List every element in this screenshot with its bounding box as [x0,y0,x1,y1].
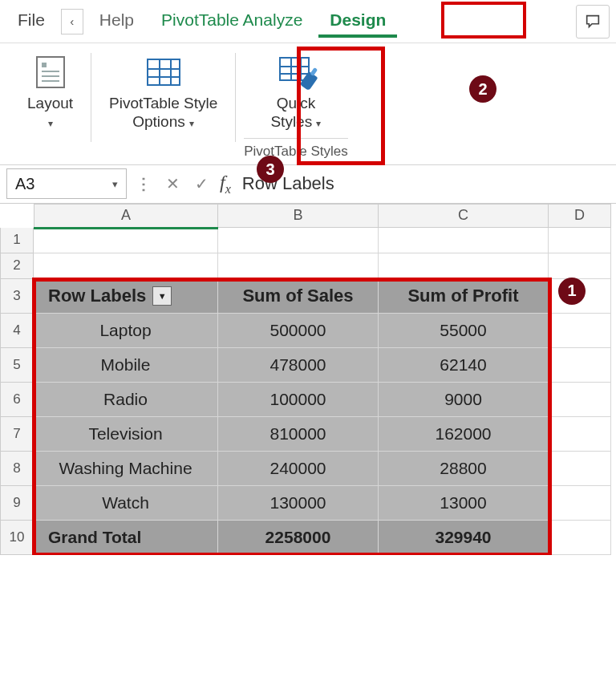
pivot-row-profit[interactable]: 55000 [379,314,549,348]
cell[interactable] [549,253,611,279]
pivot-row-profit[interactable]: 9000 [379,383,549,417]
row-header[interactable]: 9 [0,486,34,521]
comment-icon [584,13,602,30]
grid-icon [147,59,180,86]
pivot-row-sales[interactable]: 810000 [218,417,379,452]
fx-icon[interactable]: fx [220,172,231,197]
pivot-grand-total-profit[interactable]: 329940 [379,521,549,555]
row-header[interactable]: 10 [0,521,34,555]
namebox-handle-icon: ⋮ [132,170,156,197]
cell[interactable] [549,417,611,452]
pivot-header-profit[interactable]: Sum of Profit [379,279,549,314]
col-header-C[interactable]: C [379,204,549,228]
row-header[interactable]: 8 [0,452,34,486]
cell[interactable] [218,253,379,279]
pivot-row-profit[interactable]: 62140 [379,348,549,383]
name-box[interactable]: A3 ▾ [6,168,127,199]
pivot-row-label[interactable]: Washing Machine [34,452,218,486]
cell[interactable] [379,228,549,253]
quick-styles-label-1: Quick [277,95,316,111]
row-header[interactable]: 5 [0,348,34,383]
style-options-label-2: Options [132,113,184,130]
col-header-A[interactable]: A [34,204,218,228]
cell[interactable] [379,253,549,279]
cell[interactable] [34,253,218,279]
pivot-row-label[interactable]: Watch [34,486,218,521]
cell[interactable] [549,521,611,555]
pivot-grand-total-sales[interactable]: 2258000 [218,521,379,555]
pivottable-style-options-button[interactable]: PivotTable Style Options ▾ [106,50,221,136]
col-header-B[interactable]: B [218,204,379,228]
cell[interactable] [549,486,611,521]
pivot-row-profit[interactable]: 162000 [379,417,549,452]
tab-pivottable-analyze[interactable]: PivotTable Analyze [150,6,314,38]
pivot-grand-total-label[interactable]: Grand Total [34,521,218,555]
pivot-header-sales[interactable]: Sum of Sales [218,279,379,314]
filter-dropdown-button[interactable]: ▼ [152,286,172,306]
row-header[interactable]: 6 [0,383,34,417]
layout-icon [36,56,65,88]
pivot-row-sales[interactable]: 130000 [218,486,379,521]
pivot-row-sales[interactable]: 240000 [218,452,379,486]
active-column-indicator [34,227,218,229]
cell[interactable] [549,452,611,486]
pivot-row-profit[interactable]: 13000 [379,486,549,521]
cell[interactable] [549,228,611,253]
quick-styles-label-2: Styles [270,113,312,130]
pivot-row-label[interactable]: Radio [34,383,218,417]
pivot-row-sales[interactable]: 100000 [218,383,379,417]
annotation-badge-1: 1 [558,278,586,305]
pivot-header-rowlabels-text: Row Labels [48,286,146,306]
chevron-down-icon: ▾ [48,118,53,129]
row-header[interactable]: 3 [0,279,34,314]
pivot-header-rowlabels[interactable]: Row Labels ▼ [34,279,218,314]
row-header[interactable]: 7 [0,417,34,452]
tab-design[interactable]: Design [318,6,397,38]
layout-button[interactable]: Layout▾ [24,50,76,136]
row-header[interactable]: 2 [0,253,34,279]
cancel-formula-button[interactable]: ✕ [160,170,184,197]
pivot-row-label[interactable]: Mobile [34,348,218,383]
pivot-row-sales[interactable]: 478000 [218,348,379,383]
tab-help[interactable]: Help [88,6,145,38]
cell[interactable] [549,314,611,348]
row-header[interactable]: 4 [0,314,34,348]
annotation-box-design [441,2,526,39]
annotation-badge-2: 2 [469,75,496,103]
col-header-D[interactable]: D [549,204,611,228]
group-caption-pivottable-styles: PivotTable Styles [244,138,347,161]
name-box-value: A3 [15,175,34,193]
cell[interactable] [218,228,379,253]
cell[interactable] [549,348,611,383]
cell[interactable] [34,228,218,253]
chevron-down-icon: ▾ [189,118,194,129]
cell[interactable] [549,383,611,417]
style-options-label-1: PivotTable Style [109,95,217,111]
comments-button[interactable] [576,5,610,39]
pivot-row-sales[interactable]: 500000 [218,314,379,348]
annotation-badge-3: 3 [257,156,284,183]
tab-file[interactable]: File [6,6,56,38]
nav-prev-icon[interactable]: ‹ [61,9,83,34]
quick-styles-button[interactable]: Quick Styles ▾ [267,50,324,136]
chevron-down-icon: ▾ [316,118,321,129]
row-header[interactable]: 1 [0,228,34,253]
pivot-row-profit[interactable]: 28800 [379,452,549,486]
chevron-down-icon: ▾ [112,178,118,190]
enter-formula-button[interactable]: ✓ [189,170,213,197]
pivot-row-label[interactable]: Television [34,417,218,452]
formula-bar-input[interactable] [241,172,610,195]
pivot-row-label[interactable]: Laptop [34,314,218,348]
paint-grid-icon [279,57,313,87]
layout-label: Layout [27,95,73,111]
